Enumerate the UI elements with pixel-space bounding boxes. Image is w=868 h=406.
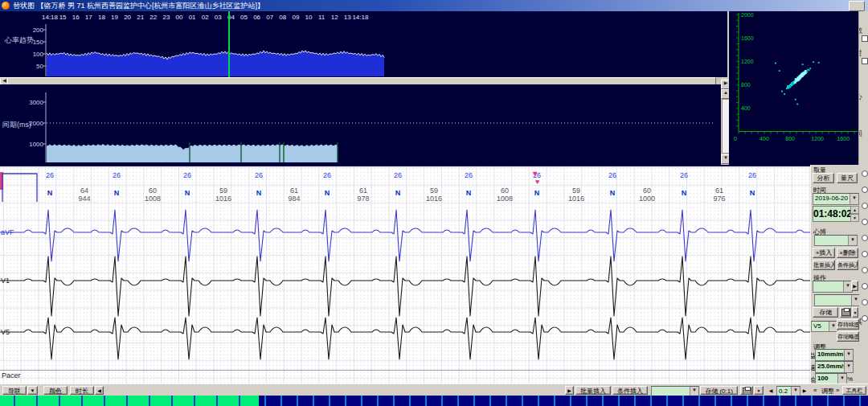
beat-type-dropdown-arrow[interactable]: ▼ — [848, 236, 857, 245]
window-control-button[interactable] — [849, 1, 865, 11]
beat-type-select[interactable]: ▼ — [814, 235, 858, 246]
duration-button[interactable]: 时长 — [70, 386, 94, 395]
tb-tools-button[interactable]: 工具栏 — [842, 386, 866, 395]
lead-button[interactable]: 导联 — [2, 386, 27, 395]
operate-select-2[interactable]: ▼ — [814, 294, 859, 306]
rr-interval-chart[interactable]: 间期(ms) 300020001000 — [0, 84, 721, 166]
tb-template-dropdown-arrow[interactable]: ▼ — [690, 387, 698, 396]
hr-trend-plot[interactable] — [0, 11, 727, 77]
beat-template-label[interactable]: 26 — [394, 171, 402, 179]
beat-template-label[interactable]: 26 — [465, 171, 473, 179]
beat-type-label[interactable]: N — [185, 189, 190, 197]
beat-template-label[interactable]: 26 — [608, 171, 616, 179]
clipped-radio[interactable] — [862, 283, 868, 289]
beat-type-label[interactable]: N — [325, 189, 330, 197]
date-dropdown-arrow[interactable]: ▼ — [850, 194, 858, 204]
heart-marker-icon[interactable]: ♥ — [533, 169, 538, 178]
print-button[interactable] — [840, 307, 851, 318]
clipped-checkbox[interactable] — [862, 58, 868, 64]
clipped-radio[interactable] — [862, 219, 868, 225]
tb-print-button[interactable] — [740, 386, 753, 395]
cond-insert-button[interactable]: 条件插入 — [837, 260, 858, 270]
save-dropdown-arrow[interactable]: ▼ — [852, 307, 858, 318]
lead-dropdown-button[interactable]: ▼ — [27, 386, 38, 395]
clipped-radio[interactable] — [862, 315, 868, 322]
trend-horizontal-scrollbar[interactable]: ◀ — [0, 77, 721, 84]
batch-insert-button[interactable]: 批量插入 — [813, 260, 835, 270]
beat-template-label[interactable]: 26 — [183, 171, 191, 179]
operate-select[interactable]: ▼ — [813, 281, 853, 293]
beat-template-label[interactable]: 26 — [680, 171, 688, 179]
rr-scatter-plot[interactable]: 200016001200800400040080012001600 — [729, 11, 858, 165]
ruler-button[interactable]: 量尺 — [837, 173, 858, 183]
heart-marker-icon[interactable]: ♥ — [535, 178, 539, 186]
title-bar[interactable]: 替状图 【骆万桥 男 71 杭州西善园监护中心[杭州市富阳区渔山乡社区监护站]】 — [0, 0, 868, 11]
beat-template-label[interactable]: 26 — [255, 171, 263, 179]
clipped-radio[interactable] — [862, 170, 868, 177]
beat-type-label[interactable]: N — [610, 189, 616, 197]
ecg-strip-area[interactable]: 26N26N26N26N26N26N26N26N26N26N26N6494460… — [0, 165, 810, 385]
beat-type-label[interactable]: N — [750, 189, 755, 197]
clipped-radio[interactable] — [862, 235, 868, 241]
draw-dropdown-arrow[interactable]: ▼ — [837, 374, 846, 383]
gain-dropdown-arrow[interactable]: ▼ — [844, 350, 853, 360]
save-button[interactable]: 存储 — [813, 307, 838, 318]
tb-batch-insert-button[interactable]: 批量插入 — [575, 386, 611, 395]
insert-beat-button[interactable]: +插入 — [813, 248, 835, 258]
beat-template-label[interactable]: 26 — [323, 171, 331, 179]
duration-left-button[interactable]: ◀ — [95, 386, 104, 395]
clipped-right-options-strip[interactable]: 散时心间其 — [858, 11, 868, 383]
beat-type-label[interactable]: N — [395, 189, 401, 197]
heart-rate-trend-chart[interactable]: 心率趋势 20015010050 14:18151617181920212223… — [0, 11, 727, 77]
time-display[interactable]: 01:48:02 — [813, 206, 851, 222]
tb-save-button[interactable]: 存储 (0:1) — [700, 386, 738, 395]
tb-zoom-dropdown-arrow[interactable]: ▼ — [791, 387, 800, 396]
tb-dbl-left[interactable]: « — [813, 387, 817, 394]
time-cursor-line[interactable] — [228, 11, 230, 77]
draw-select[interactable]: 100 ▼ — [815, 373, 847, 383]
date-select[interactable]: 2019-06-20 ▼ — [813, 193, 859, 205]
beat-type-label[interactable]: N — [47, 189, 53, 197]
ecg-waveform-canvas[interactable]: 26N26N26N26N26N26N26N26N26N26N26N6494460… — [0, 166, 810, 383]
time-spin-down[interactable]: ▼ — [850, 214, 859, 222]
clipped-radio[interactable] — [862, 187, 868, 193]
time-spin-up[interactable]: ▲ — [850, 206, 859, 214]
gain-select[interactable]: 10mm/mV ▼ — [815, 349, 854, 361]
clipped-checkbox[interactable] — [862, 35, 868, 42]
clipped-radio[interactable] — [862, 267, 868, 273]
clipped-radio[interactable] — [862, 299, 868, 306]
operate2-dropdown-arrow[interactable]: ▼ — [851, 295, 859, 306]
scatter-canvas[interactable]: 200016001200800400040080012001600 — [729, 11, 858, 165]
lead-select[interactable]: V5 ▼ — [811, 321, 838, 332]
beat-type-label[interactable]: N — [256, 189, 262, 197]
color-button[interactable]: 颜色 — [43, 386, 68, 395]
scatter-ytick: 2000 — [741, 12, 754, 18]
trend-vertical-scrollbar[interactable]: ▶ ▲ ▼ — [721, 77, 729, 165]
tb-dbl-right[interactable]: » — [836, 387, 839, 394]
operate-next-button[interactable]: ▶ — [851, 281, 858, 291]
tb-cond-insert-button[interactable]: 条件插入 — [612, 386, 648, 395]
beat-template-label[interactable]: 26 — [113, 171, 121, 179]
overview-navigation-bar[interactable] — [0, 396, 868, 406]
speed-dropdown-arrow[interactable]: ▼ — [844, 362, 853, 372]
analyze-button[interactable]: 分析 — [813, 173, 834, 183]
tb-zoom-out-button[interactable]: ◀ — [767, 386, 775, 395]
tb-right-arrow-button[interactable]: ▶ — [565, 386, 574, 395]
beat-template-label[interactable]: 26 — [748, 171, 756, 179]
tb-print-dropdown[interactable]: ▼ — [754, 386, 764, 395]
beat-type-label[interactable]: N — [534, 189, 540, 197]
beat-type-label[interactable]: N — [682, 189, 687, 197]
interval-plot[interactable] — [0, 84, 721, 165]
tb-adjust-label[interactable]: 调整 — [821, 387, 834, 396]
delete-beat-button[interactable]: ×删除 — [837, 248, 858, 258]
save-thumbnail-button[interactable]: 存缩略图 — [837, 331, 859, 342]
tb-zoom-in-button[interactable]: ▶ — [800, 386, 809, 395]
clipped-radio[interactable] — [862, 203, 868, 209]
scatter-ytick: 1600 — [741, 35, 754, 41]
beat-type-label[interactable]: N — [114, 189, 120, 197]
save-continue-button[interactable]: 存待续图 — [837, 319, 859, 330]
clipped-radio[interactable] — [862, 251, 868, 257]
beat-template-label[interactable]: 26 — [46, 171, 54, 179]
beat-type-label[interactable]: N — [466, 189, 472, 197]
speed-select[interactable]: 25.0mm/s ▼ — [815, 361, 854, 373]
